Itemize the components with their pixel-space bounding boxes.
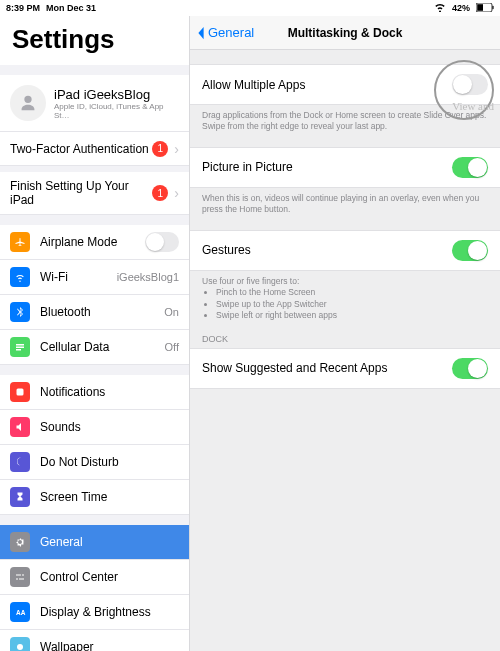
sidebar-item-bluetooth[interactable]: Bluetooth On <box>0 295 189 330</box>
cellular-icon <box>10 337 30 357</box>
dock-section-header: DOCK <box>190 322 500 348</box>
apple-id-name: iPad iGeeksBlog <box>54 87 179 102</box>
back-button[interactable]: General <box>196 25 254 40</box>
sidebar-item-general[interactable]: General <box>0 525 189 560</box>
sidebar-item-sounds[interactable]: Sounds <box>0 410 189 445</box>
badge: 1 <box>152 185 168 201</box>
sidebar-item-airplane[interactable]: Airplane Mode <box>0 225 189 260</box>
sidebar-item-finish-setup[interactable]: Finish Setting Up Your iPad 1 › <box>0 172 189 215</box>
detail-title: Multitasking & Dock <box>288 26 403 40</box>
sidebar-item-cellular[interactable]: Cellular Data Off <box>0 330 189 365</box>
wifi-icon <box>10 267 30 287</box>
page-title: Settings <box>0 16 189 65</box>
chevron-right-icon: › <box>174 141 179 157</box>
status-time: 8:39 PM <box>6 3 40 13</box>
badge: 1 <box>152 141 168 157</box>
brightness-icon: AA <box>10 602 30 622</box>
gestures-toggle[interactable] <box>452 240 488 261</box>
detail-pane: General Multitasking & Dock Allow Multip… <box>190 16 500 651</box>
avatar <box>10 85 46 121</box>
status-bar: 8:39 PM Mon Dec 31 42% <box>0 0 500 16</box>
sidebar-item-control-center[interactable]: Control Center <box>0 560 189 595</box>
chevron-right-icon: › <box>174 185 179 201</box>
sidebar-item-wallpaper[interactable]: Wallpaper <box>0 630 189 651</box>
row-show-suggested-apps[interactable]: Show Suggested and Recent Apps <box>190 348 500 389</box>
bluetooth-icon <box>10 302 30 322</box>
svg-rect-3 <box>17 389 24 396</box>
svg-point-5 <box>17 644 23 650</box>
sidebar-item-screentime[interactable]: Screen Time <box>0 480 189 515</box>
row-picture-in-picture[interactable]: Picture in Picture <box>190 147 500 188</box>
row-gestures[interactable]: Gestures <box>190 230 500 271</box>
picture-in-picture-desc: When this is on, videos will continue pl… <box>190 188 500 216</box>
hourglass-icon <box>10 487 30 507</box>
show-suggested-apps-toggle[interactable] <box>452 358 488 379</box>
sidebar-item-twofa[interactable]: Two-Factor Authentication 1 › <box>0 132 189 166</box>
sidebar-item-display[interactable]: AA Display & Brightness <box>0 595 189 630</box>
battery-text: 42% <box>452 3 470 13</box>
sidebar-item-wifi[interactable]: Wi-Fi iGeeksBlog1 <box>0 260 189 295</box>
sidebar-item-notifications[interactable]: Notifications <box>0 375 189 410</box>
gear-icon <box>10 532 30 552</box>
detail-header: General Multitasking & Dock <box>190 16 500 50</box>
row-allow-multiple-apps[interactable]: Allow Multiple Apps <box>190 64 500 105</box>
chevron-left-icon <box>196 26 206 40</box>
battery-icon <box>476 3 494 14</box>
picture-in-picture-toggle[interactable] <box>452 157 488 178</box>
notifications-icon <box>10 382 30 402</box>
allow-multiple-apps-toggle[interactable] <box>452 74 488 95</box>
svg-rect-2 <box>492 5 493 8</box>
watermark-text: View and <box>452 100 494 112</box>
sliders-icon <box>10 567 30 587</box>
wallpaper-icon <box>10 637 30 651</box>
apple-id-sub: Apple ID, iCloud, iTunes & App St… <box>54 102 179 120</box>
sounds-icon <box>10 417 30 437</box>
gestures-desc: Use four or five fingers to: Pinch to th… <box>190 271 500 322</box>
svg-text:AA: AA <box>16 609 26 616</box>
status-date: Mon Dec 31 <box>46 3 96 13</box>
sidebar-item-apple-id[interactable]: iPad iGeeksBlog Apple ID, iCloud, iTunes… <box>0 75 189 132</box>
airplane-icon <box>10 232 30 252</box>
airplane-toggle[interactable] <box>145 232 179 252</box>
sidebar-item-dnd[interactable]: Do Not Disturb <box>0 445 189 480</box>
svg-rect-1 <box>477 4 483 11</box>
sidebar: Settings iPad iGeeksBlog Apple ID, iClou… <box>0 16 190 651</box>
wifi-icon <box>434 2 446 14</box>
moon-icon <box>10 452 30 472</box>
